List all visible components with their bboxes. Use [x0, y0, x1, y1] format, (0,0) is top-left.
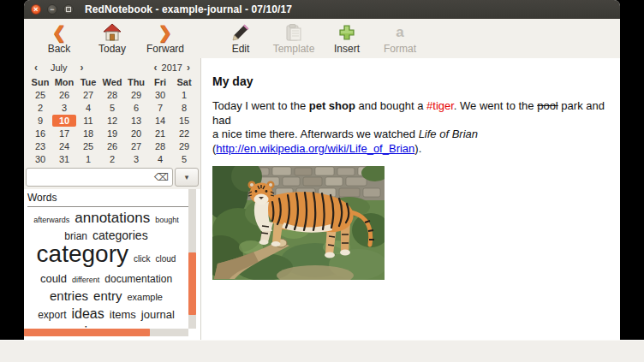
cloud-line: categoryclickcloud: [24, 243, 188, 270]
today-button[interactable]: Today: [86, 21, 139, 56]
cloud-word[interactable]: example: [127, 292, 163, 302]
minimize-button[interactable]: −: [47, 4, 57, 15]
wiki-link[interactable]: http://en.wikipedia.org/wiki/Life_of_Bri…: [216, 142, 414, 155]
cloud-word[interactable]: could: [40, 272, 67, 285]
prev-month-button[interactable]: ‹: [32, 62, 40, 74]
calendar-day[interactable]: 25: [28, 89, 52, 101]
calendar-day[interactable]: 8: [172, 102, 196, 114]
search-dropdown-button[interactable]: ▾: [175, 168, 199, 187]
calendar-day[interactable]: 18: [76, 128, 100, 139]
journal-text: Today I went to the pet shop and bought …: [212, 99, 623, 156]
calendar-day[interactable]: 13: [124, 115, 148, 127]
close-button[interactable]: ×: [31, 4, 41, 15]
calendar-day[interactable]: 25: [76, 140, 100, 152]
calendar-day[interactable]: 11: [76, 115, 100, 127]
vertical-scrollbar-thumb[interactable]: [188, 252, 196, 315]
calendar-day[interactable]: 2: [100, 153, 124, 165]
calendar-day[interactable]: 30: [28, 153, 52, 165]
cloud-word[interactable]: export: [38, 309, 66, 321]
cloud-word[interactable]: documentation: [104, 273, 172, 285]
horizontal-scrollbar[interactable]: [24, 329, 188, 336]
calendar-day[interactable]: 1: [76, 153, 100, 165]
day-heading: My day: [212, 74, 611, 88]
format-button[interactable]: a Format: [373, 21, 426, 56]
next-year-button[interactable]: ›: [184, 62, 193, 74]
calendar-day[interactable]: 26: [52, 89, 76, 101]
calendar-day[interactable]: 2: [28, 102, 52, 114]
calendar-day[interactable]: 6: [124, 102, 148, 114]
calendar-day[interactable]: 14: [148, 115, 172, 127]
clear-search-icon[interactable]: ⌫: [154, 172, 169, 182]
calendar-day[interactable]: 27: [76, 89, 100, 101]
calendar-day[interactable]: 28: [100, 89, 124, 101]
calendar-grid: SunMonTueWedThuFriSat2526272829301234567…: [28, 76, 196, 165]
cloud-word[interactable]: bought: [155, 216, 179, 224]
calendar-day[interactable]: 22: [172, 128, 196, 139]
calendar-day[interactable]: 5: [100, 102, 124, 114]
calendar-day[interactable]: 7: [148, 102, 172, 114]
cloud-word[interactable]: entry: [93, 288, 122, 303]
calendar-day[interactable]: 29: [124, 89, 148, 101]
cloud-word[interactable]: entries: [50, 288, 88, 303]
background-panel: [0, 340, 644, 362]
back-button[interactable]: ❮ Back: [33, 21, 86, 56]
journal-text-segment: ).: [414, 142, 421, 155]
template-button[interactable]: Template: [267, 21, 320, 56]
calendar-day[interactable]: 9: [28, 115, 52, 127]
calendar-day[interactable]: 1: [172, 89, 196, 101]
maximize-button[interactable]: [63, 4, 74, 15]
calendar-day[interactable]: 17: [52, 128, 76, 139]
cloud-word[interactable]: ideas: [72, 306, 104, 321]
cloud-line: exportideasitemsjournal: [24, 306, 188, 323]
calendar-day-name: Mon: [52, 76, 76, 88]
prev-year-button[interactable]: ‹: [152, 62, 160, 74]
calendar-day[interactable]: 4: [76, 102, 100, 114]
tiger-photo: [212, 166, 385, 280]
edit-button[interactable]: Edit: [214, 21, 267, 56]
letter-a-icon: a: [396, 22, 403, 43]
cloud-word[interactable]: different: [72, 276, 99, 284]
cloud-line: entriesentryexample: [24, 288, 188, 306]
journal-text-segment: . We went to the: [454, 99, 537, 112]
calendar-day[interactable]: 20: [124, 128, 148, 139]
calendar-day[interactable]: 4: [148, 153, 172, 165]
cloud-word[interactable]: cloud: [155, 254, 176, 264]
month-label: July: [51, 62, 68, 73]
journal-text-segment: and bought a: [355, 99, 426, 112]
cloud-word[interactable]: annotations: [75, 210, 150, 226]
journal-text-segment: Life of Brian: [419, 128, 478, 140]
calendar-day[interactable]: 23: [28, 140, 52, 152]
calendar-day[interactable]: 15: [172, 115, 196, 127]
cloud-word[interactable]: click: [134, 254, 150, 264]
year-label: 2017: [162, 62, 182, 73]
cloud-word[interactable]: items: [110, 308, 136, 321]
calendar-day[interactable]: 26: [100, 140, 124, 152]
journal-preview-pane: My day Today I went to the pet shop and …: [200, 58, 620, 340]
next-month-button[interactable]: ›: [78, 62, 86, 74]
calendar-day[interactable]: 3: [52, 102, 76, 114]
titlebar: × − RedNotebook - example-journal - 07/1…: [24, 0, 620, 19]
calendar-day[interactable]: 5: [172, 153, 196, 165]
calendar-day-selected[interactable]: 10: [52, 115, 76, 127]
calendar-day[interactable]: 30: [148, 89, 172, 101]
calendar-day[interactable]: 28: [148, 140, 172, 152]
calendar-day[interactable]: 21: [148, 128, 172, 139]
calendar-day[interactable]: 3: [124, 153, 148, 165]
calendar-day[interactable]: 16: [28, 128, 52, 139]
vertical-scrollbar[interactable]: [188, 189, 196, 329]
calendar-day[interactable]: 19: [100, 128, 124, 139]
calendar-day[interactable]: 24: [52, 140, 76, 152]
horizontal-scrollbar-thumb[interactable]: [24, 329, 150, 336]
cloud-word[interactable]: category: [37, 240, 128, 267]
search-input[interactable]: ⌫: [26, 168, 173, 187]
calendar-day[interactable]: 12: [100, 115, 124, 127]
cloud-word[interactable]: afterwards: [33, 216, 69, 224]
cloud-line: afterwardsannotationsbought: [24, 210, 188, 228]
calendar-day-name: Sat: [172, 76, 196, 88]
calendar-day[interactable]: 29: [172, 140, 196, 152]
insert-button[interactable]: Insert: [320, 21, 373, 56]
calendar-day[interactable]: 27: [124, 140, 148, 152]
forward-button[interactable]: ❯ Forward: [139, 21, 192, 56]
calendar-day[interactable]: 31: [52, 153, 76, 165]
cloud-word[interactable]: journal: [141, 308, 175, 321]
